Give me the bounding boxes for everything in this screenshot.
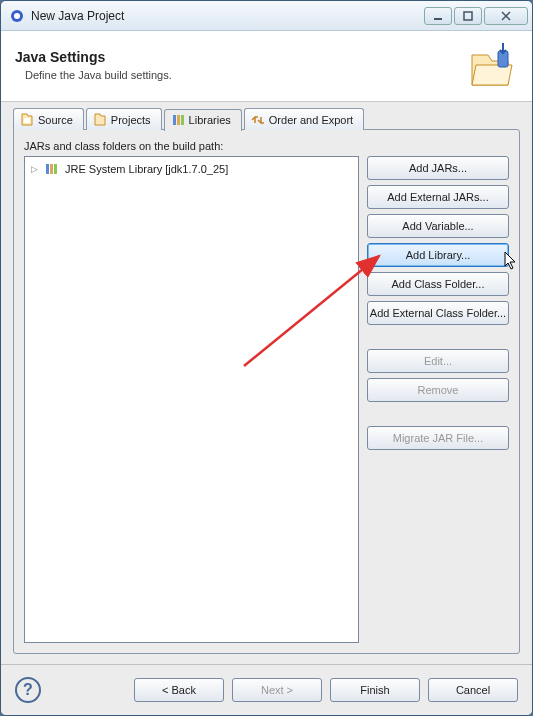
minimize-button[interactable]: [424, 7, 452, 25]
close-button[interactable]: [484, 7, 528, 25]
tab-label: Source: [38, 114, 73, 126]
footer-buttons: < Back Next > Finish Cancel: [134, 678, 518, 702]
library-icon: [45, 162, 61, 176]
svg-rect-5: [24, 118, 30, 123]
tab-projects[interactable]: Projects: [86, 108, 162, 130]
source-icon: [20, 113, 34, 127]
back-button[interactable]: < Back: [134, 678, 224, 702]
projects-icon: [93, 113, 107, 127]
maximize-button[interactable]: [454, 7, 482, 25]
svg-rect-6: [173, 115, 176, 125]
add-jars-button[interactable]: Add JARs...: [367, 156, 509, 180]
svg-point-1: [14, 13, 20, 19]
page-subtitle: Define the Java build settings.: [15, 69, 468, 81]
svg-rect-7: [177, 115, 180, 125]
svg-rect-3: [464, 12, 472, 20]
add-external-jars-button[interactable]: Add External JARs...: [367, 185, 509, 209]
tab-label: Libraries: [189, 114, 231, 126]
add-library-button[interactable]: Add Library...: [367, 243, 509, 267]
svg-rect-11: [54, 164, 57, 174]
tree-item-jre[interactable]: ▷ JRE System Library [jdk1.7.0_25]: [27, 161, 356, 177]
app-icon: [9, 8, 25, 24]
finish-button[interactable]: Finish: [330, 678, 420, 702]
tab-label: Order and Export: [269, 114, 353, 126]
order-icon: [251, 113, 265, 127]
svg-rect-10: [50, 164, 53, 174]
svg-rect-8: [181, 115, 184, 125]
buildpath-row: ▷ JRE System Library [jdk1.7.0_25] Add J…: [24, 156, 509, 643]
buildpath-label: JARs and class folders on the build path…: [24, 140, 509, 152]
remove-button: Remove: [367, 378, 509, 402]
add-class-folder-button[interactable]: Add Class Folder...: [367, 272, 509, 296]
header-text: Java Settings Define the Java build sett…: [15, 49, 468, 81]
add-variable-button[interactable]: Add Variable...: [367, 214, 509, 238]
tab-bar: Source Projects Libraries Order and Expo…: [13, 108, 520, 130]
dialog-header: Java Settings Define the Java build sett…: [1, 31, 532, 102]
help-button[interactable]: ?: [15, 677, 41, 703]
button-column: Add JARs... Add External JARs... Add Var…: [367, 156, 509, 643]
migrate-jar-button: Migrate JAR File...: [367, 426, 509, 450]
titlebar[interactable]: New Java Project: [1, 1, 532, 31]
tab-order-export[interactable]: Order and Export: [244, 108, 364, 130]
tab-source[interactable]: Source: [13, 108, 84, 130]
tree-item-label: JRE System Library [jdk1.7.0_25]: [65, 163, 228, 175]
add-external-class-folder-button[interactable]: Add External Class Folder...: [367, 301, 509, 325]
expand-arrow-icon[interactable]: ▷: [31, 164, 41, 174]
window-title: New Java Project: [31, 9, 422, 23]
wizard-icon: [468, 41, 518, 89]
edit-button: Edit...: [367, 349, 509, 373]
tab-label: Projects: [111, 114, 151, 126]
svg-rect-9: [46, 164, 49, 174]
next-button: Next >: [232, 678, 322, 702]
dialog-footer: ? < Back Next > Finish Cancel: [1, 664, 532, 715]
tab-libraries[interactable]: Libraries: [164, 109, 242, 131]
libraries-icon: [171, 113, 185, 127]
dialog-window: New Java Project Java Settings Define th…: [0, 0, 533, 716]
cancel-button[interactable]: Cancel: [428, 678, 518, 702]
page-title: Java Settings: [15, 49, 468, 65]
tab-panel-libraries: JARs and class folders on the build path…: [13, 129, 520, 654]
svg-rect-2: [434, 18, 442, 20]
buildpath-tree[interactable]: ▷ JRE System Library [jdk1.7.0_25]: [24, 156, 359, 643]
content-area: Source Projects Libraries Order and Expo…: [1, 102, 532, 664]
